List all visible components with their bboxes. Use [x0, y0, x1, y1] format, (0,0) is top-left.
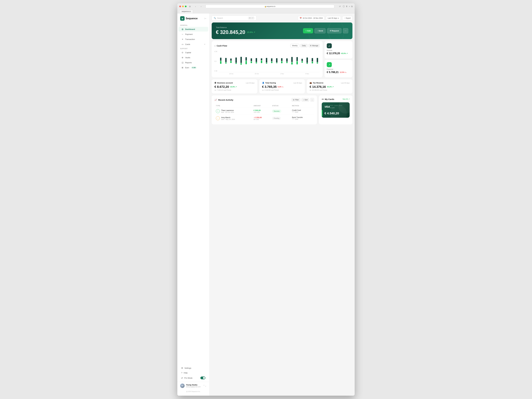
share-icon[interactable]: ⬆	[346, 5, 348, 8]
search-box[interactable]: 🔍 Search ⌘ + F	[212, 16, 256, 20]
method-sub: **** 2285	[292, 118, 313, 120]
bottom-row: 📈 Recent Activity ⊟ Filter ↕ Sort	[212, 95, 352, 124]
url-text: sequence.io	[266, 6, 275, 7]
bar-negative	[241, 63, 242, 65]
sidebar-label-help: Help	[184, 372, 188, 374]
calendar-icon: 📅	[300, 17, 302, 19]
sidebar-collapse-icon[interactable]: ⊢	[205, 17, 207, 20]
back-icon[interactable]: ‹	[194, 5, 197, 8]
activity-status-cell: Pending	[271, 115, 291, 122]
earn-icon: ⊞	[181, 66, 184, 69]
weekly-button[interactable]: Weekly	[290, 44, 299, 47]
profile-icon[interactable]: ⓘ	[343, 5, 345, 8]
add-button[interactable]: + Add	[303, 28, 313, 33]
sidebar-item-vaults[interactable]: ⊚ Vaults	[178, 55, 208, 60]
balance-label: Total Balance	[216, 26, 255, 28]
more-button[interactable]: ···	[343, 28, 348, 33]
bar-group	[249, 50, 253, 71]
income-card: ↙ Income € 12.378,20 45.0% ↗	[324, 41, 352, 58]
sidebar-item-transaction[interactable]: ≡ Transaction	[178, 37, 208, 42]
new-tab-icon[interactable]: +	[349, 5, 350, 8]
income-change: 45.0% ↗	[341, 52, 348, 54]
forward-icon[interactable]: ›	[199, 5, 203, 8]
balance-card: Total Balance € 320.845,20 15.8% ↗ + Add…	[212, 22, 352, 39]
activity-amount-sub: 80 USD	[253, 119, 270, 120]
activity-amount: - € 250,00	[253, 116, 270, 119]
daily-button[interactable]: Daily	[300, 44, 308, 47]
general-section-label: GENERAL	[177, 24, 209, 27]
address-bar[interactable]: 🔒 sequence.io	[206, 5, 334, 8]
stat-vs: vs. 4.116,50 Last Period	[262, 89, 302, 91]
sidebar-item-settings[interactable]: ⚙ Settings	[178, 366, 208, 370]
sidebar-item-earn[interactable]: ⊞ Earn € 150	[178, 65, 208, 70]
sidebar-item-payment[interactable]: ↔ Payment	[178, 32, 208, 37]
user-name: Young Alaska	[186, 384, 202, 386]
table-row[interactable]: + Theo Lawrence Add · Oct 18, 2024 € 500…	[215, 108, 314, 114]
stat-card-tax: 💼 Tax Reserve Last 30 days € 14.376,16 3…	[307, 79, 352, 93]
activity-sub: Add · Oct 18, 2024	[221, 111, 234, 113]
filter-button[interactable]: ⊟ Filter	[291, 98, 300, 102]
pro-mode-toggle[interactable]	[200, 377, 205, 379]
sidebar-item-reports[interactable]: ◫ Reports	[178, 60, 208, 65]
fullscreen-dot[interactable]	[185, 6, 187, 7]
activity-name: Amy March	[221, 116, 235, 119]
visa-logo: VISA	[324, 105, 330, 108]
search-icon: 🔍	[214, 17, 216, 19]
bar-negative	[301, 61, 303, 63]
logo-text: Sequence	[186, 17, 198, 20]
visa-header: VISA **** **** **** 2104	[324, 105, 347, 109]
balance-actions: + Add ↑ Send ↺ Request ···	[303, 28, 348, 33]
y-max: € 5K	[215, 51, 217, 52]
period-button[interactable]: Last 30 days ∨	[326, 16, 341, 20]
bar-positive	[261, 58, 262, 60]
bar-group	[290, 50, 294, 71]
sidebar-label-vaults: Vaults	[185, 57, 190, 59]
stat-vs: vs. 10.236,46 Last Period	[310, 89, 350, 91]
stat-icon: 👤	[262, 82, 264, 84]
browser-tab[interactable]: sequence.io	[179, 9, 193, 13]
bar-negative	[281, 61, 283, 63]
transaction-icon: ≡	[181, 38, 184, 40]
col-status: STATUS	[271, 104, 291, 107]
sidebar-item-cards[interactable]: ▭ Cards ∨	[178, 42, 208, 47]
payment-icon: ↔	[181, 33, 184, 35]
method-sub: **** 3560	[292, 111, 313, 113]
income-icon: ↙	[327, 43, 332, 48]
activity-amount: € 500,00	[253, 109, 270, 111]
status-badge: Success	[272, 110, 281, 113]
cashflow-icon: ↕	[215, 44, 215, 47]
date-range-button[interactable]: 📅 18 Oct 2024 - 18 Nov 2024	[298, 16, 324, 20]
sort-button[interactable]: ↕ Sort	[301, 98, 309, 102]
sidebar-label-transaction: Transaction	[185, 38, 195, 40]
refresh-icon[interactable]: ↺	[338, 5, 342, 8]
activity-more-button[interactable]: ···	[310, 98, 314, 102]
vaults-icon: ⊚	[181, 57, 184, 59]
export-button[interactable]: ↑ Export	[342, 16, 352, 20]
send-button[interactable]: ↑ Send	[314, 28, 326, 33]
sidebar-item-capital[interactable]: ⊙ Capital	[178, 50, 208, 55]
windows-icon[interactable]: ⧉	[351, 5, 353, 8]
minimize-dot[interactable]	[182, 6, 184, 7]
stat-change: 8.2% ↘	[278, 86, 284, 88]
bar-positive	[301, 59, 303, 61]
copyright-text: @ 2024 Sequence Inc.	[177, 390, 209, 393]
sidebar-toggle-icon[interactable]: ⊞	[188, 5, 192, 8]
sidebar-item-dashboard[interactable]: ◎ Dashboard	[178, 27, 208, 32]
sidebar: ◈ Sequence ⊢ GENERAL ◎ Dashboard ↔ Payme…	[177, 13, 209, 396]
see-all-link[interactable]: See All ↗	[342, 98, 350, 100]
pro-mode-icon: ⇄	[181, 377, 183, 379]
bar-positive	[297, 57, 298, 61]
close-dot[interactable]	[179, 6, 181, 7]
bar-negative	[276, 63, 278, 63]
user-profile-row[interactable]: YA Young Alaska alskayng@gmail.com ⌃⌄	[177, 382, 209, 390]
manage-button[interactable]: ⚙ Manage	[308, 44, 320, 47]
table-row[interactable]: ↑ Amy March Sent · May 24, 2024 - € 250,…	[215, 115, 314, 122]
bar-negative	[286, 62, 288, 63]
request-button[interactable]: ↺ Request	[327, 28, 342, 33]
browser-chrome: ⊞ ‹ › 🔒 sequence.io ↺ ⓘ ⬆ + ⧉ sequence.i…	[177, 3, 355, 13]
lock-icon: 🔒	[265, 6, 266, 7]
chart-x-label: 9 Nov	[305, 73, 309, 75]
sidebar-item-help[interactable]: ? Help	[178, 371, 208, 375]
chart-x-label: 2 Nov	[280, 73, 284, 75]
bar-positive	[286, 58, 288, 62]
